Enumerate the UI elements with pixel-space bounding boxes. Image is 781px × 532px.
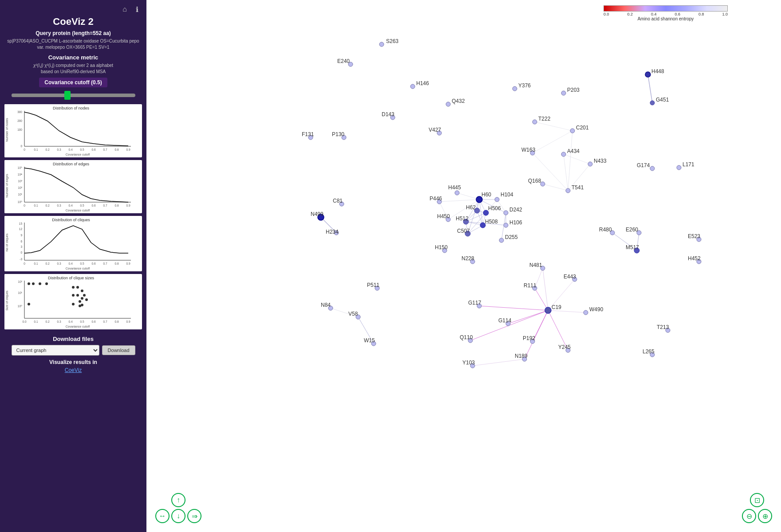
tick: 12: [19, 227, 23, 231]
node-G114[interactable]: G114: [498, 317, 512, 326]
tick: 0.4: [68, 262, 72, 265]
node-Q168[interactable]: Q168: [528, 178, 545, 186]
node-H150[interactable]: H150: [435, 244, 448, 253]
node-H508[interactable]: H508: [480, 219, 498, 228]
node-P446[interactable]: P446: [430, 196, 442, 204]
node-H60[interactable]: H60: [476, 192, 491, 203]
tick: 0.3: [57, 204, 61, 207]
node-Q110[interactable]: Q110: [460, 334, 473, 343]
node-G117[interactable]: G117: [468, 300, 481, 308]
node-F131[interactable]: F131: [302, 131, 314, 140]
node-R111[interactable]: R111: [524, 282, 537, 290]
node-P130[interactable]: P130: [332, 131, 346, 140]
node-E240[interactable]: E240: [337, 58, 353, 66]
node-P511[interactable]: P511: [367, 282, 379, 290]
svg-point-42: [455, 191, 459, 195]
node-T222[interactable]: T222: [532, 116, 551, 124]
svg-point-0: [379, 42, 384, 47]
node-E523[interactable]: E523: [688, 233, 701, 242]
tick: 0.8: [114, 148, 118, 151]
nav-up-button[interactable]: ↑: [171, 493, 185, 507]
nav-left-button[interactable]: ↔: [155, 509, 170, 523]
svg-point-54: [504, 211, 508, 215]
node-W163[interactable]: W163: [521, 147, 536, 155]
node-H506[interactable]: H506: [483, 205, 501, 215]
node-M517[interactable]: M517: [626, 244, 639, 253]
node-N84[interactable]: N84: [321, 302, 333, 310]
node-Y376[interactable]: Y376: [513, 82, 531, 91]
node-H512[interactable]: H512: [456, 215, 469, 224]
node-H448[interactable]: H448: [645, 68, 664, 77]
download-button[interactable]: Download: [102, 345, 135, 355]
node-H104[interactable]: H104: [495, 192, 513, 202]
node-H450[interactable]: H450: [437, 213, 450, 222]
node-G174[interactable]: G174: [637, 162, 655, 171]
node-W15[interactable]: W15: [364, 337, 376, 346]
svg-text:N433: N433: [594, 158, 607, 164]
node-D242[interactable]: D242: [504, 207, 522, 215]
node-P203[interactable]: P203: [561, 87, 580, 95]
svg-point-4: [410, 84, 415, 89]
svg-text:L265: L265: [643, 348, 655, 355]
node-H106[interactable]: H106: [504, 219, 522, 227]
svg-point-22: [570, 129, 575, 133]
node-G451[interactable]: G451: [650, 97, 669, 105]
edges-curve: [24, 168, 128, 202]
tick: 0.5: [80, 148, 84, 151]
node-L171[interactable]: L171: [677, 161, 694, 170]
metric-desc: χ²(i,j) χ²(i,j) computed over 2 aa alpha…: [33, 63, 113, 75]
node-P192[interactable]: P192: [523, 335, 535, 344]
node-D143[interactable]: D143: [382, 111, 395, 120]
home-icon[interactable]: ⌂: [120, 4, 130, 14]
node-L265[interactable]: L265: [643, 348, 655, 357]
download-select[interactable]: Current graph All data Edges only: [12, 345, 99, 356]
node-N228[interactable]: N228: [462, 255, 475, 264]
node-T213[interactable]: T213: [657, 324, 670, 332]
x-axis-label: Covariance cutoff: [66, 209, 90, 212]
edge: [439, 200, 479, 202]
chart-clique-sizes-svg: Distribution of clique sizes 10² 10¹ 10⁰…: [4, 274, 138, 329]
node-V427[interactable]: V427: [429, 127, 442, 135]
svg-text:T541: T541: [572, 184, 584, 191]
node-D255[interactable]: D255: [499, 234, 518, 243]
node-H452[interactable]: H452: [688, 255, 701, 264]
node-Y103[interactable]: Y103: [462, 360, 475, 368]
zoom-in-button[interactable]: ⊕: [758, 509, 772, 523]
svg-text:D255: D255: [505, 234, 518, 240]
node-S263[interactable]: S263: [379, 38, 398, 47]
metric-desc-text2: based on UniRef90-derived MSA: [41, 69, 106, 74]
node-C507[interactable]: C507: [457, 228, 470, 236]
node-H146[interactable]: H146: [410, 80, 429, 89]
chart-edges-title: Distribution of edges: [53, 162, 90, 166]
zoom-out-button[interactable]: ⊖: [742, 509, 756, 523]
tick: 0.3: [57, 262, 61, 265]
node-N433[interactable]: N433: [588, 158, 607, 166]
node-H62[interactable]: H62: [466, 204, 480, 213]
tick: 0.9: [126, 262, 130, 265]
node-H445[interactable]: H445: [448, 184, 461, 195]
tick: 0.7: [103, 262, 107, 265]
slider-thumb[interactable]: [64, 91, 71, 100]
node-C201[interactable]: C201: [570, 125, 589, 133]
cutoff-slider[interactable]: [12, 91, 135, 100]
node-R480[interactable]: R480: [599, 227, 615, 235]
node-Y245[interactable]: Y245: [558, 344, 571, 352]
zoom-fit-button[interactable]: ⊡: [750, 493, 764, 507]
nav-right-button[interactable]: ⇒: [187, 509, 201, 523]
svg-text:H512: H512: [456, 215, 469, 222]
node-C81[interactable]: C81: [333, 198, 344, 206]
nav-down-button[interactable]: ↓: [171, 509, 185, 523]
node-H234[interactable]: H234: [326, 229, 339, 235]
node-N499[interactable]: N499: [311, 211, 324, 220]
svg-text:D242: D242: [509, 207, 522, 213]
node-V58[interactable]: V58: [348, 311, 360, 319]
svg-text:D143: D143: [382, 111, 394, 117]
node-W490[interactable]: W490: [584, 306, 604, 315]
coeviz-link[interactable]: CoeViz: [65, 367, 82, 373]
info-icon[interactable]: ℹ: [132, 4, 142, 14]
svg-text:G174: G174: [637, 162, 650, 168]
node-N481[interactable]: N481: [529, 262, 545, 270]
node-E443[interactable]: E443: [564, 274, 577, 282]
node-Q432[interactable]: Q432: [446, 98, 465, 106]
node-E260[interactable]: E260: [626, 227, 641, 235]
